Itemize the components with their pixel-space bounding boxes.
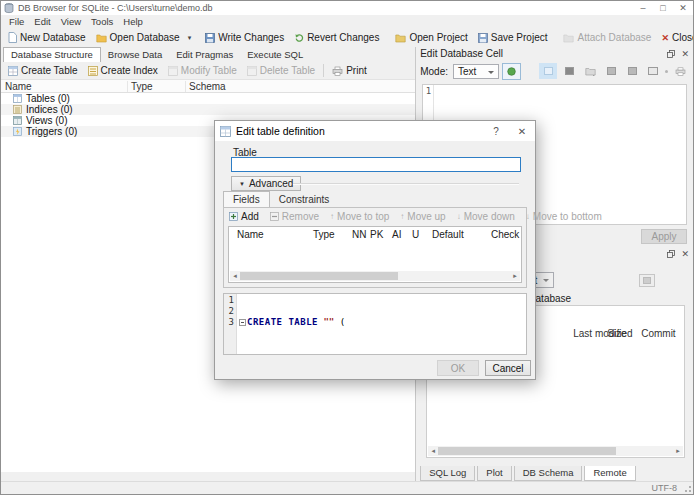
new-database-button[interactable]: New Database bbox=[3, 30, 91, 45]
create-index-button[interactable]: Create Index bbox=[83, 63, 163, 78]
print-cell-icon bbox=[675, 67, 686, 76]
fields-horizontal-scrollbar[interactable]: ◂ ▸ bbox=[230, 271, 520, 281]
cancel-button[interactable]: Cancel bbox=[485, 360, 531, 376]
create-table-icon bbox=[8, 66, 18, 76]
remote-col-size[interactable]: Size bbox=[607, 328, 626, 339]
grid-col-default[interactable]: Default bbox=[432, 229, 464, 240]
fold-marker-icon[interactable] bbox=[239, 319, 246, 326]
advanced-button[interactable]: ▼ Advanced bbox=[231, 176, 301, 191]
print-button[interactable]: Print bbox=[327, 63, 372, 78]
write-changes-button[interactable]: Write Changes bbox=[200, 30, 289, 45]
grid-col-name[interactable]: Name bbox=[237, 229, 264, 240]
separator-line bbox=[293, 183, 519, 185]
tab-execute-sql[interactable]: Execute SQL bbox=[240, 48, 310, 62]
import-file-button[interactable] bbox=[581, 63, 599, 79]
open-database-dropdown-icon[interactable]: ▾ bbox=[185, 34, 195, 42]
menu-view[interactable]: View bbox=[56, 16, 86, 27]
table-name-input[interactable] bbox=[231, 157, 521, 172]
remote-horizontal-scrollbar[interactable]: ◂ ▸ bbox=[428, 446, 683, 456]
grid-col-u[interactable]: U bbox=[412, 229, 419, 240]
tab-edit-pragmas[interactable]: Edit Pragmas bbox=[169, 48, 240, 62]
tree-item-indices[interactable]: Indices (0) bbox=[1, 104, 415, 115]
dialog-close-button[interactable]: ✕ bbox=[509, 121, 535, 141]
encoding-indicator[interactable]: UTF-8 bbox=[652, 483, 678, 493]
tab-sql-log[interactable]: SQL Log bbox=[420, 466, 475, 481]
open-project-button[interactable]: Open Project bbox=[390, 30, 472, 45]
tab-plot[interactable]: Plot bbox=[477, 466, 511, 481]
dialog-icon bbox=[220, 126, 231, 137]
menu-edit[interactable]: Edit bbox=[29, 16, 55, 27]
scroll-left-icon[interactable]: ◂ bbox=[428, 447, 438, 455]
tab-fields[interactable]: Fields bbox=[223, 191, 270, 207]
maximize-button[interactable]: □ bbox=[653, 1, 673, 15]
scroll-left-icon[interactable]: ◂ bbox=[230, 272, 240, 280]
print-cell-button[interactable] bbox=[671, 63, 689, 79]
fields-grid: Name Type NN PK AI U Default Check ◂ ▸ bbox=[228, 226, 522, 283]
scroll-right-icon[interactable]: ▸ bbox=[673, 447, 683, 455]
open-project-icon bbox=[395, 33, 406, 43]
fields-pane: Add Remove ↑ Move to top ↑ Move up ↓ Mov… bbox=[223, 207, 527, 288]
grid-col-nn[interactable]: NN bbox=[352, 229, 366, 240]
write-changes-icon bbox=[205, 33, 215, 43]
attach-database-button: Attach Database bbox=[558, 30, 656, 45]
open-database-icon bbox=[96, 33, 107, 43]
edit-cell-dock-header: Edit Database Cell ✕ bbox=[416, 47, 693, 60]
minimize-button[interactable]: – bbox=[633, 1, 653, 15]
scrollbar-thumb[interactable] bbox=[438, 447, 616, 455]
tree-column-type[interactable]: Type bbox=[127, 81, 185, 92]
tree-item-tables[interactable]: Tables (0) bbox=[1, 93, 415, 104]
grid-col-ai[interactable]: AI bbox=[392, 229, 401, 240]
tab-browse-data[interactable]: Browse Data bbox=[101, 48, 169, 62]
edit-cell-toolbar: Mode: Text bbox=[416, 60, 693, 82]
tree-column-name[interactable]: Name bbox=[1, 81, 127, 92]
grid-col-check[interactable]: Check bbox=[491, 229, 519, 240]
open-database-button[interactable]: Open Database bbox=[91, 30, 185, 45]
sql-preview[interactable]: 1 2 3 CREATE TABLE "" ( ); bbox=[223, 293, 527, 355]
scrollbar-thumb[interactable] bbox=[240, 272, 398, 280]
fullscreen-button[interactable] bbox=[644, 63, 662, 79]
revert-changes-button[interactable]: Revert Changes bbox=[289, 30, 384, 45]
float-dock-icon[interactable] bbox=[667, 50, 675, 58]
remote-col-commit[interactable]: Commit bbox=[641, 328, 675, 339]
tab-remote[interactable]: Remote bbox=[584, 466, 635, 481]
grid-col-type[interactable]: Type bbox=[313, 229, 335, 240]
set-null-button[interactable] bbox=[623, 63, 641, 79]
apply-button: Apply bbox=[641, 229, 687, 244]
close-window-button[interactable]: ✕ bbox=[673, 1, 693, 15]
dock-tab-bar: SQL Log Plot DB Schema Remote bbox=[416, 466, 693, 481]
float-dock-icon[interactable] bbox=[667, 250, 675, 258]
close-database-button[interactable]: ✕ Close Database bbox=[656, 30, 694, 45]
open-in-external-icon bbox=[507, 67, 516, 76]
save-project-icon bbox=[478, 33, 488, 43]
grid-col-pk[interactable]: PK bbox=[370, 229, 383, 240]
mode-select[interactable]: Text bbox=[453, 64, 499, 79]
tree-header: Name Type Schema bbox=[1, 79, 415, 93]
edit-table-definition-dialog: Edit table definition ? ✕ Table ▼ Advanc… bbox=[214, 120, 536, 380]
close-dock-icon[interactable]: ✕ bbox=[681, 49, 689, 59]
toolbar-separator bbox=[323, 64, 324, 77]
move-to-bottom-icon: ↓ bbox=[526, 212, 530, 221]
tab-database-structure[interactable]: Database Structure bbox=[3, 47, 101, 62]
sql-line-2 bbox=[239, 350, 345, 355]
menu-help[interactable]: Help bbox=[118, 16, 148, 27]
resize-grip[interactable] bbox=[683, 484, 692, 493]
window-title: DB Browser for SQLite - C:\Users\turne\d… bbox=[18, 3, 213, 13]
create-index-icon bbox=[88, 66, 98, 76]
menu-tools[interactable]: Tools bbox=[86, 16, 118, 27]
close-dock-icon[interactable]: ✕ bbox=[681, 249, 689, 259]
create-table-button[interactable]: Create Table bbox=[3, 63, 83, 78]
tree-column-schema[interactable]: Schema bbox=[185, 81, 415, 92]
remote-connect-icon bbox=[643, 277, 651, 284]
tab-constraints[interactable]: Constraints bbox=[270, 192, 339, 207]
word-wrap-button[interactable] bbox=[539, 63, 557, 79]
export-file-button[interactable] bbox=[602, 63, 620, 79]
scroll-right-icon[interactable]: ▸ bbox=[510, 272, 520, 280]
invert-colors-button[interactable] bbox=[560, 63, 578, 79]
dialog-help-button[interactable]: ? bbox=[483, 121, 509, 141]
word-wrap-icon bbox=[544, 67, 553, 75]
menu-file[interactable]: File bbox=[4, 16, 29, 27]
save-project-button[interactable]: Save Project bbox=[473, 30, 553, 45]
tab-db-schema[interactable]: DB Schema bbox=[514, 466, 583, 481]
open-in-external-button[interactable] bbox=[502, 63, 521, 80]
add-field-button[interactable]: Add bbox=[229, 211, 259, 222]
